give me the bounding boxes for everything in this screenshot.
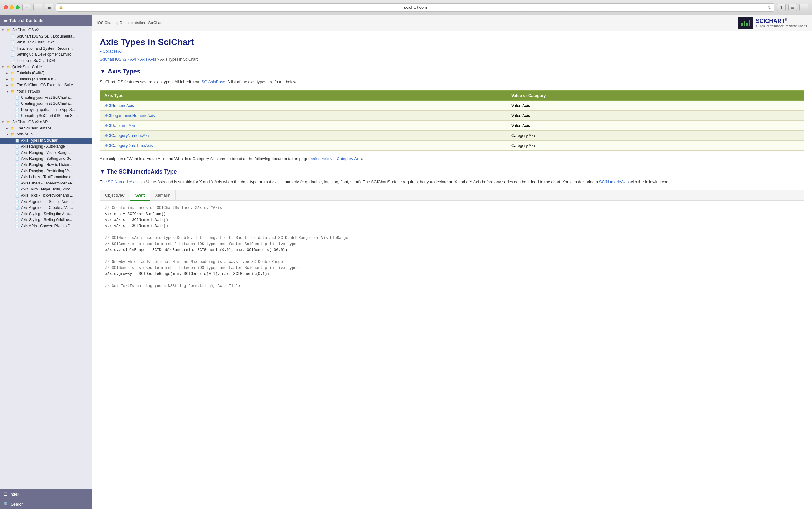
sidebar-item-axis-styling-styling[interactable]: 📄Axis Styling - Styling the Axis... [0,211,92,217]
reload-button[interactable]: ↻ [768,5,772,10]
sidebar-item-label: SciChart iOS v2 [12,28,39,33]
sidebar-item-axis-types[interactable]: 📄Axis Types in SciChart [0,138,92,144]
minimize-button[interactable] [10,5,14,9]
back-button[interactable]: ‹ [22,4,31,11]
table-row: SCINumericAxisValue Axis [100,100,805,110]
expand-arrow-icon: ▶ [6,83,10,87]
table-cell-axis-type: SCICategoryNumericAxis [100,130,507,140]
sidebar-item-axis-labels-text[interactable]: 📄Axis Labels - TextFormatting a... [0,174,92,180]
tab-xamarin[interactable]: Xamarin [150,191,176,200]
sidebar-item-axis-ranging-restricting[interactable]: 📄Axis Ranging - Restricting Vis... [0,168,92,174]
breadcrumb-link-axis[interactable]: Axis APIs [140,57,156,62]
sidebar-item-creating-swift[interactable]: 📄Creating your First SciChart i... [0,95,92,101]
sidebar-item-tutorials-xamarin[interactable]: ▶📁Tutorials (Xamarin.iOS) [0,76,92,82]
sidebar-item-label: Installation and System Require... [16,46,72,51]
address-bar[interactable]: 🔒 scichart.com ↻ [56,3,775,11]
section-title-text: Axis Types [108,68,140,75]
scinumericaxis-link-1[interactable]: SCINumericAxis [108,179,138,184]
sidebar-item-axis-ranging-setting[interactable]: 📄Axis Ranging - Setting and Ge... [0,156,92,162]
sidebar-item-scichart-api[interactable]: ▼📂SciChart iOS v2.x API [0,119,92,125]
collapse-all-button[interactable]: ▸ Collapse All [100,49,805,54]
scinumericaxis-link-2[interactable]: SCINumericAxis [599,179,629,184]
sidebar-item-examples[interactable]: ▶📁The SciChart iOS Examples Suite... [0,82,92,89]
code-line: xAxis.visibleRange = SCIDoubleRange(min:… [105,248,287,252]
search-button[interactable]: 🔍 Search [0,499,92,509]
sidebar-item-axis-apis[interactable]: ▼📂Axis APIs [0,131,92,138]
expand-arrow-icon: ▼ [1,65,6,69]
sidebar-item-axis-ticks-provider[interactable]: 📄Axis Ticks - TickProvider and ... [0,193,92,199]
sidebar-item-first-app[interactable]: ▼📂Your First App [0,89,92,95]
sidebar-item-compiling[interactable]: 📄Compiling SciChart iOS from So... [0,113,92,119]
sciaxisbase-link[interactable]: SCIAxisBase [202,79,225,84]
tab-objectivec[interactable]: ObjectiveC [100,191,130,200]
expand-arrow-icon: ▼ [1,28,6,32]
sidebar-item-axis-ranging-auto[interactable]: 📄Axis Ranging - AutoRange [0,143,92,150]
sidebar-item-scichartsurface[interactable]: ▶📁The SciChartSurface [0,125,92,132]
sidebar-item-axis-ranging-visible[interactable]: 📄Axis Ranging - VisibleRange a... [0,150,92,156]
sidebar-item-axis-ranging-listen[interactable]: 📄Axis Ranging - How to Listen ... [0,162,92,168]
sidebar-item-axis-alignment-create[interactable]: 📄Axis Alignment - Create a Ver... [0,205,92,211]
add-tab-button[interactable]: + [800,4,808,11]
logo-bar-4 [748,20,750,26]
content-topbar: iOS Charting Documentation - SciChart SC… [92,15,812,31]
sidebar-item-label: Axis Alignment - Setting Axis ... [21,200,72,204]
after-table-text-1: A description of What is a Value Axis an… [100,156,311,161]
index-button[interactable]: ☰ Index [0,489,92,499]
folder-icon: 📁 [11,126,15,130]
sidebar-item-axis-labels-provider[interactable]: 📄Axis Labels - LabelProvider AP... [0,180,92,186]
sidebar-item-label: Axis APIs - Convert Pixel to D... [21,224,73,229]
sidebar-item-axis-ticks-major[interactable]: 📄Axis Ticks - Major Delta, Mino... [0,186,92,193]
axis-type-link[interactable]: SCILogarithmicNumericAxis [104,113,155,118]
folder-icon: 📂 [6,65,11,69]
code-tabs: ObjectiveCSwiftXamarin // Create instanc… [100,190,805,294]
sidebar-item-setup-dev[interactable]: 📄Setting up a Development Enviro... [0,52,92,58]
view-button[interactable]: ▭ [788,4,797,11]
sidebar-item-quick-start[interactable]: ▼📂Quick Start Guide [0,64,92,70]
sidebar-item-deploying[interactable]: 📄Deploying application to App S... [0,107,92,113]
sidebar-item-licensing[interactable]: 📄Licensing SciChart iOS [0,58,92,64]
doc-icon: 📄 [15,175,20,179]
subsection-arrow-icon: ▼ [100,169,105,175]
expand-arrow-icon [10,150,14,151]
expand-arrow-icon [10,224,14,224]
sidebar-item-axis-styling-gridlines[interactable]: 📄Axis Styling - Styling Gridline... [0,217,92,223]
axis-type-link[interactable]: SCIDateTimeAxis [104,123,136,128]
sidebar-item-label: Axis Ranging - VisibleRange a... [21,150,75,156]
logo-area: SCICHART© > High Performance Realtime Ch… [738,17,807,29]
axis-type-link[interactable]: SCICategoryDateTimeAxis [104,143,153,148]
value-vs-category-link[interactable]: Value Axis vs. Category Axis [311,156,362,161]
fullscreen-button[interactable] [15,5,20,9]
sidebar-item-sdk-docs[interactable]: 📄SciChart iOS v2 SDK Documenta... [0,33,92,40]
breadcrumb-link-api[interactable]: SciChart iOS v2.x API [100,57,136,62]
sidebar-item-axis-alignment-setting[interactable]: 📄Axis Alignment - Setting Axis ... [0,199,92,205]
code-line: // SCIGeneric is used to marshal between… [105,266,298,270]
code-line: var scs = SCIChartSurface() [105,212,166,216]
table-cell-category: Category Axis [507,140,804,150]
doc-icon: 📄 [15,217,20,222]
axis-type-link[interactable]: SCICategoryNumericAxis [104,133,150,138]
expand-arrow-icon [10,156,14,157]
axis-types-table: Axis Type Value or Category SCINumericAx… [100,90,805,151]
app-title: iOS Charting Documentation - SciChart [97,21,163,25]
sidebar-footer: ☰ Index 🔍 Search [0,489,92,509]
tab-swift[interactable]: Swift [130,191,150,201]
sidebar-item-creating-xamarin[interactable]: 📄Creating your First SciChart i... [0,101,92,107]
code-line: // Growby which adds optional Min and Ma… [105,260,283,264]
share-button[interactable]: ⬆ [777,4,786,11]
sidebar-item-scichart-ios-v2[interactable]: ▼📂SciChart iOS v2 [0,27,92,33]
axis-type-link[interactable]: SCINumericAxis [104,103,134,108]
sidebar-item-axis-convert[interactable]: 📄Axis APIs - Convert Pixel to D... [0,223,92,230]
sidebar-item-tutorials-swift[interactable]: ▶📁Tutorials (Swift3) [0,70,92,76]
doc-icon: 📄 [15,95,20,100]
search-label: Search [11,502,24,507]
close-button[interactable] [4,5,8,9]
code-line: // SCIGeneric is used to marshal between… [105,242,298,246]
logo-text-area: SCICHART© > High Performance Realtime Ch… [756,18,807,28]
forward-button[interactable]: › [33,4,42,11]
table-cell-category: Category Axis [507,130,804,140]
sidebar-item-what-is[interactable]: 📄What is SciChart iOS? [0,39,92,46]
logo-chart [740,19,752,27]
sidebar-toggle-button[interactable]: ☰ [45,4,54,11]
sidebar-item-installation[interactable]: 📄Installation and System Require... [0,46,92,52]
table-cell-category: Value Axis [507,100,804,110]
